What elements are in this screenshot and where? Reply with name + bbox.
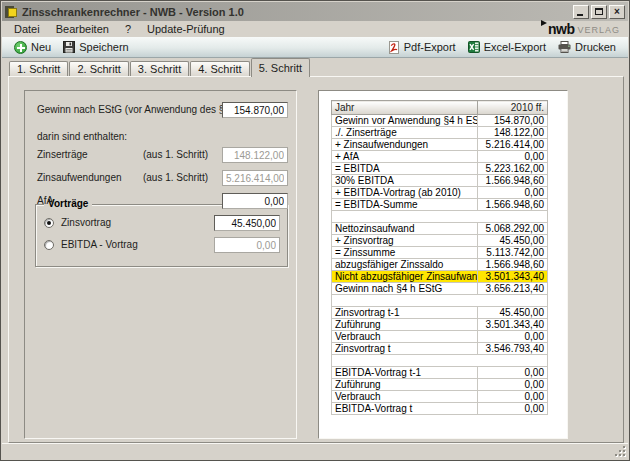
tab-schritt-3[interactable]: 3. Schritt xyxy=(130,61,189,77)
note-label: darin sind enthalten: xyxy=(37,131,127,142)
row-label: Nicht abzugsfähiger Zinsaufwand xyxy=(332,271,478,283)
table-spacer-row xyxy=(332,295,548,307)
table-row: + Zinsvortrag45.450,00 xyxy=(332,235,548,247)
row-label: abzugsfähiger Zinssaldo xyxy=(332,259,478,271)
zinsaufwendungen-source-label: (aus 1. Schritt) xyxy=(143,172,208,183)
zinsaufwendungen-input xyxy=(222,170,288,186)
close-button[interactable]: × xyxy=(609,5,625,19)
row-value: 45.450,00 xyxy=(478,235,548,247)
calc-table-body: Gewinn vor Anwendung §4 h EStG154.870,00… xyxy=(332,115,548,415)
table-row: + AfA0,00 xyxy=(332,151,548,163)
resize-grip[interactable] xyxy=(614,445,626,457)
save-icon xyxy=(63,41,75,53)
row-label: = Zinssumme xyxy=(332,247,478,259)
nwb-verlag-logo: nwb VERLAG xyxy=(541,20,620,36)
title-bar: Zinsschrankenrechner - NWB - Version 1.0… xyxy=(2,2,628,21)
table-row: Zinsvortrag t-145.450,00 xyxy=(332,307,548,319)
row-value: 0,00 xyxy=(478,403,548,415)
row-value: 5.113.742,00 xyxy=(478,247,548,259)
window-title: Zinsschrankenrechner - NWB - Version 1.0 xyxy=(22,6,573,18)
pdf-export-label: Pdf-Export xyxy=(404,41,456,53)
row-label: = EBITDA-Summe xyxy=(332,199,478,211)
table-row: ./. Zinserträge148.122,00 xyxy=(332,127,548,139)
new-label: Neu xyxy=(31,41,51,53)
row-value: 0,00 xyxy=(478,379,548,391)
menu-help[interactable]: ? xyxy=(117,22,139,36)
table-row: Zuführung0,00 xyxy=(332,379,548,391)
input-panel: Gewinn nach EStG (vor Anwendung des § 4h… xyxy=(24,90,297,439)
row-value: 1.566.948,60 xyxy=(478,175,548,187)
menu-datei[interactable]: Datei xyxy=(6,22,48,36)
table-row: Nettozinsaufwand5.068.292,00 xyxy=(332,223,548,235)
table-row: Verbrauch0,00 xyxy=(332,331,548,343)
table-row: EBITDA-Vortrag t0,00 xyxy=(332,403,548,415)
row-value: 5.223.162,00 xyxy=(478,163,548,175)
row-label: Zuführung xyxy=(332,379,478,391)
new-button[interactable]: Neu xyxy=(8,40,57,55)
table-row: Zinsvortrag t3.546.793,40 xyxy=(332,343,548,355)
zinsertraege-input xyxy=(222,147,288,163)
zinsaufwendungen-label: Zinsaufwendungen xyxy=(37,172,122,183)
minimize-button[interactable] xyxy=(573,5,589,19)
row-value: 3.501.343,40 xyxy=(478,271,548,283)
print-icon xyxy=(558,41,571,53)
zinsvortrag-radio[interactable] xyxy=(44,218,54,228)
row-label: Nettozinsaufwand xyxy=(332,223,478,235)
table-row: 30% EBITDA1.566.948,60 xyxy=(332,175,548,187)
table-row: Zuführung3.501.343,40 xyxy=(332,319,548,331)
row-value: 0,00 xyxy=(478,151,548,163)
print-button[interactable]: Drucken xyxy=(552,40,622,54)
calc-table: Jahr 2010 ff. Gewinn vor Anwendung §4 h … xyxy=(331,100,548,415)
spacer-cell xyxy=(332,211,548,223)
table-row: Nicht abzugsfähiger Zinsaufwand3.501.343… xyxy=(332,271,548,283)
row-value: 1.566.948,60 xyxy=(478,259,548,271)
tab-schritt-1[interactable]: 1. Schritt xyxy=(9,61,68,77)
table-row: = Zinssumme5.113.742,00 xyxy=(332,247,548,259)
logo-arrow-icon xyxy=(541,20,547,26)
tab-schritt-4[interactable]: 4. Schritt xyxy=(190,61,249,77)
tab-schritt-2[interactable]: 2. Schritt xyxy=(69,61,128,77)
ebitda-vortrag-label: EBITDA - Vortrag xyxy=(61,239,138,250)
ebitda-vortrag-radio[interactable] xyxy=(44,240,54,250)
tab-page-schritt-5: Gewinn nach EStG (vor Anwendung des § 4h… xyxy=(8,76,624,443)
result-panel: Jahr 2010 ff. Gewinn vor Anwendung §4 h … xyxy=(318,90,568,439)
menu-bar: Datei Bearbeiten ? Update-Prüfung xyxy=(2,21,628,37)
print-label: Drucken xyxy=(575,41,616,53)
excel-export-button[interactable]: Excel-Export xyxy=(462,40,552,54)
row-value: 45.450,00 xyxy=(478,307,548,319)
excel-export-label: Excel-Export xyxy=(484,41,546,53)
table-spacer-row xyxy=(332,355,548,367)
gewinn-input[interactable] xyxy=(222,102,288,118)
row-label: + Zinsaufwendungen xyxy=(332,139,478,151)
toolbar: Neu Speichern Pdf-Export Excel-Export D xyxy=(2,37,628,58)
row-value: 148.122,00 xyxy=(478,127,548,139)
row-value: 3.501.343,40 xyxy=(478,319,548,331)
menu-update-pruefung[interactable]: Update-Prüfung xyxy=(139,22,233,36)
tab-strip: 1. Schritt 2. Schritt 3. Schritt 4. Schr… xyxy=(9,60,311,77)
row-label: = EBITDA xyxy=(332,163,478,175)
row-value: 3.656.213,40 xyxy=(478,283,548,295)
spacer-cell xyxy=(332,295,548,307)
save-button[interactable]: Speichern xyxy=(57,40,135,54)
zinsvortrag-input[interactable] xyxy=(214,215,280,231)
menu-bearbeiten[interactable]: Bearbeiten xyxy=(48,22,117,36)
header-jahr: Jahr xyxy=(332,101,478,115)
zinsertraege-label: Zinserträge xyxy=(37,149,88,160)
row-value: 3.546.793,40 xyxy=(478,343,548,355)
afa-label: AfA xyxy=(37,195,53,206)
table-row: = EBITDA-Summe1.566.948,60 xyxy=(332,199,548,211)
row-label: + AfA xyxy=(332,151,478,163)
row-value: 1.566.948,60 xyxy=(478,199,548,211)
row-label: Verbrauch xyxy=(332,331,478,343)
tab-schritt-5[interactable]: 5. Schritt xyxy=(251,58,310,77)
afa-input[interactable] xyxy=(222,193,288,209)
row-value: 0,00 xyxy=(478,331,548,343)
row-label: Gewinn nach §4 h EStG xyxy=(332,283,478,295)
row-value: 5.216.414,00 xyxy=(478,139,548,151)
table-row: EBITDA-Vortrag t-10,00 xyxy=(332,367,548,379)
maximize-button[interactable] xyxy=(591,5,607,19)
table-row: Verbrauch0,00 xyxy=(332,391,548,403)
table-header-row: Jahr 2010 ff. xyxy=(332,101,548,115)
table-spacer-row xyxy=(332,211,548,223)
pdf-export-button[interactable]: Pdf-Export xyxy=(382,40,462,55)
